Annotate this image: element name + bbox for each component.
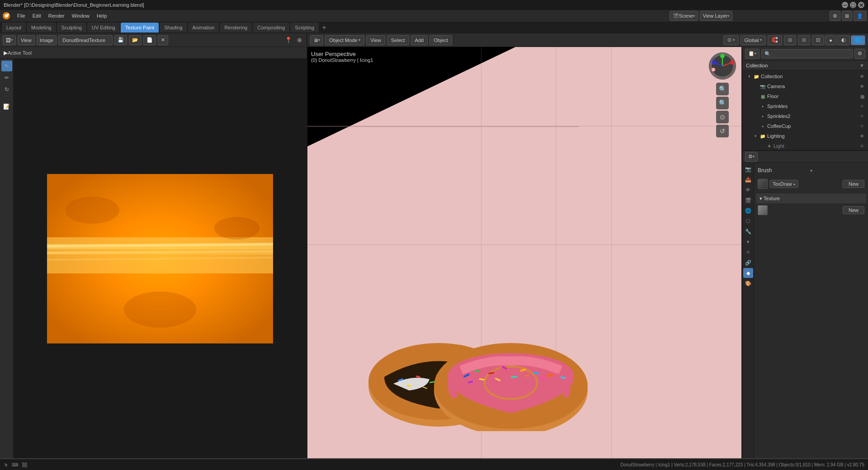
rendered-btn[interactable]: 🌐: [851, 35, 865, 45]
coffeecup-vis[interactable]: 👁: [859, 123, 865, 129]
gizmo-circle[interactable]: X Y Z: [709, 52, 736, 80]
proportional-edit-btn[interactable]: ⊙: [784, 35, 796, 45]
solid-btn[interactable]: ●: [825, 35, 836, 45]
snap-btn[interactable]: 🧲: [768, 35, 782, 45]
properties-type-btn[interactable]: ⚙▾: [745, 152, 758, 162]
outliner-floor[interactable]: ▸ ▦ Floor ▦: [742, 91, 868, 101]
outliner-coffeecup[interactable]: ▸ ▪ CoffeeCup 👁: [742, 121, 868, 131]
tool-annotate[interactable]: 📝: [1, 101, 12, 112]
tab-shading[interactable]: Shading: [160, 23, 187, 33]
menu-help[interactable]: Help: [93, 11, 111, 21]
lighting-arrow[interactable]: ▾: [753, 133, 758, 139]
orbit-btn[interactable]: ↺: [716, 125, 729, 137]
filter-icon[interactable]: ▼: [859, 63, 864, 68]
menu-file[interactable]: File: [14, 11, 29, 21]
view-menu-btn[interactable]: View: [18, 35, 35, 45]
outliner-lighting-sub[interactable]: ▸ ☀ Light 👁: [742, 141, 868, 150]
tab-texture-paint[interactable]: Texture Paint: [121, 23, 159, 33]
tool-rotate[interactable]: ↻: [1, 84, 12, 95]
viewport-canvas[interactable]: User Perspective (0) DonutStrawberry | I…: [307, 47, 741, 458]
editor-type-3d[interactable]: 🖥▾: [310, 35, 323, 45]
prop-render-icon[interactable]: 📷: [743, 164, 753, 174]
outliner-type-btn[interactable]: 📋▾: [745, 49, 760, 59]
focus-btn[interactable]: ⊙: [716, 111, 729, 123]
prop-view-icon[interactable]: 👁: [743, 185, 753, 195]
prop-world-icon[interactable]: 🌐: [743, 206, 753, 216]
render-engine-dropdown[interactable]: 🎬 Scene ▾: [670, 11, 698, 21]
pivot-point-btn[interactable]: ⊙ ▾: [723, 35, 739, 45]
prop-object-icon[interactable]: ⬡: [743, 216, 753, 226]
editor-type-selector[interactable]: 🖼 ▾: [3, 35, 16, 45]
brush-collapse-arrow[interactable]: ▾: [810, 168, 812, 173]
outliner-filter-btn[interactable]: ⚙: [854, 49, 865, 59]
texture-panel-header[interactable]: ▾ Texture: [756, 193, 866, 203]
tab-compositing[interactable]: Compositing: [253, 23, 289, 33]
outliner-collection[interactable]: ▾ 📁 Collection 👁: [742, 71, 868, 81]
outliner-camera[interactable]: ▸ 📷 Camera 👁: [742, 81, 868, 91]
viewport-overlays-btn[interactable]: ⊙: [798, 35, 810, 45]
outliner-search[interactable]: [761, 49, 853, 58]
tab-layout[interactable]: Layout: [2, 23, 26, 33]
new-brush-btn[interactable]: New: [843, 180, 864, 188]
close-button[interactable]: ✕: [858, 2, 864, 8]
tab-modeling[interactable]: Modeling: [27, 23, 56, 33]
collection-vis[interactable]: 👁: [859, 73, 865, 80]
maximize-button[interactable]: □: [850, 2, 856, 8]
pin-icon[interactable]: 📍: [284, 36, 293, 45]
transform-orient-btn[interactable]: Global ▾: [741, 35, 766, 45]
prop-modifier-icon[interactable]: 🔧: [743, 226, 753, 236]
collection-arrow[interactable]: ▾: [746, 74, 752, 79]
object-mode-dropdown[interactable]: Object Mode ▾: [325, 35, 364, 45]
image-open-btn[interactable]: 📂: [129, 35, 142, 45]
prop-material-icon[interactable]: 🎨: [743, 278, 753, 288]
tab-rendering[interactable]: Rendering: [220, 23, 252, 33]
tool-select[interactable]: ↖: [1, 61, 12, 71]
tool-draw[interactable]: ✏: [1, 72, 12, 83]
floor-vis[interactable]: ▦: [859, 93, 865, 99]
zoom-out-btn[interactable]: 🔍: [716, 97, 729, 109]
outliner-sprinkles[interactable]: ▸ ▪ Sprinkles 👁: [742, 101, 868, 111]
scene-icon-btn[interactable]: ⚙: [830, 11, 840, 21]
image-menu-btn[interactable]: Image: [37, 35, 57, 45]
prop-constraint-icon[interactable]: 🔗: [743, 258, 753, 268]
lighting-sub-vis[interactable]: 👁: [859, 143, 865, 149]
image-save-btn[interactable]: 💾: [114, 35, 127, 45]
menu-edit[interactable]: Edit: [29, 11, 45, 21]
brush-name-dropdown[interactable]: TexDraw ▾: [769, 180, 798, 188]
prop-data-icon[interactable]: ◆: [743, 268, 753, 278]
menu-window[interactable]: Window: [68, 11, 93, 21]
viewport-view-btn[interactable]: View: [366, 35, 385, 45]
material-preview-btn[interactable]: ◐: [837, 35, 850, 45]
outliner-sprinkles2[interactable]: ▸ ▪ Sprinkles2 👁: [742, 111, 868, 121]
viewport-select-btn[interactable]: Select: [387, 35, 409, 45]
view-layer-dropdown[interactable]: View Layer ▾: [700, 11, 732, 21]
sprinkles-vis[interactable]: 👁: [859, 103, 865, 109]
screen-icon-btn[interactable]: ⊞: [842, 11, 852, 21]
menu-render[interactable]: Render: [45, 11, 68, 21]
prop-scene-icon[interactable]: 🎬: [743, 195, 753, 205]
texture-name-display[interactable]: DonutBreadTexture: [58, 35, 113, 45]
minimize-button[interactable]: ─: [842, 2, 848, 8]
camera-vis[interactable]: 👁: [859, 83, 865, 89]
zoom-in-btn[interactable]: 🔍: [716, 83, 729, 95]
outliner-lighting[interactable]: ▾ 📁 Lighting 👁: [742, 131, 868, 141]
viewport-object-btn[interactable]: Object: [429, 35, 452, 45]
lighting-vis[interactable]: 👁: [859, 133, 865, 139]
center-icon[interactable]: ⊕: [295, 36, 304, 45]
tab-uv-editing[interactable]: UV Editing: [87, 23, 120, 33]
new-texture-btn[interactable]: New: [843, 206, 864, 214]
prop-physics-icon[interactable]: ⚛: [743, 247, 753, 257]
image-new-btn[interactable]: 📄: [143, 35, 156, 45]
image-close-btn[interactable]: ✕: [158, 35, 168, 45]
user-icon-btn[interactable]: 👤: [854, 11, 866, 21]
tab-scripting[interactable]: Scripting: [290, 23, 319, 33]
wireframe-btn[interactable]: ⊡: [812, 35, 824, 45]
prop-particles-icon[interactable]: ✦: [743, 237, 753, 247]
prop-output-icon[interactable]: 📤: [743, 174, 753, 184]
viewport-gizmo[interactable]: X Y Z: [709, 52, 736, 137]
viewport-add-btn[interactable]: Add: [411, 35, 428, 45]
tab-animation[interactable]: Animation: [188, 23, 219, 33]
add-workspace-button[interactable]: ＋: [320, 23, 329, 33]
sprinkles2-vis[interactable]: 👁: [859, 113, 865, 119]
tab-sculpting[interactable]: Sculpting: [57, 23, 86, 33]
